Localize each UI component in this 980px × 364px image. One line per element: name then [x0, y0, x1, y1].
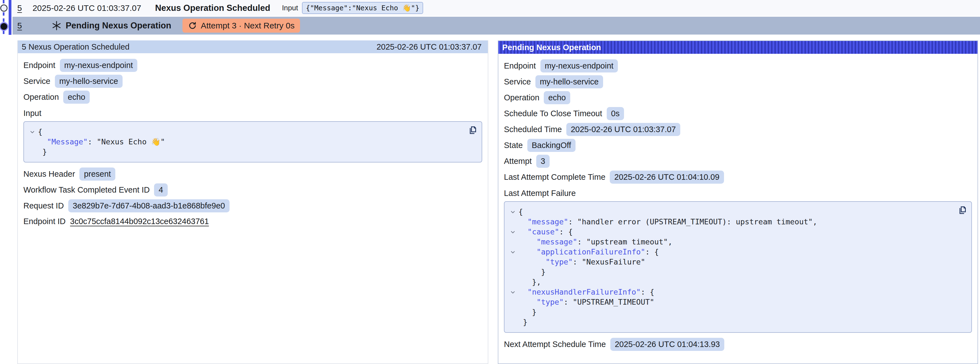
field-label-attempt: Attempt: [504, 156, 532, 166]
json-lines: {"Message": "Nexus Echo 👋"}: [27, 127, 462, 157]
event-detail-panels: 5 Nexus Operation Scheduled 2025-02-26 U…: [17, 40, 980, 364]
event-timestamp: 2025-02-26 UTC 01:03:37.07: [33, 3, 143, 13]
json-text: : "upstream timeout",: [577, 238, 672, 246]
json-line-text: "message": "handler error (UPSTREAM_TIME…: [519, 217, 817, 227]
field-value-endpoint: my-nexus-endpoint: [541, 59, 618, 72]
json-line-text: }: [519, 267, 546, 277]
right-panel-header: Pending Nexus Operation: [498, 41, 977, 54]
field-label-endpoint: Endpoint: [504, 61, 536, 70]
line-gutter: [27, 137, 38, 139]
pending-asterisk-icon: [51, 20, 62, 31]
json-key: "applicationFailureInfo": [536, 247, 645, 256]
line-gutter: [507, 237, 519, 239]
json-line-text: "Message": "Nexus Echo 👋": [38, 137, 165, 147]
line-gutter: [507, 277, 519, 279]
json-text: : {: [559, 227, 573, 236]
line-gutter: [507, 267, 519, 269]
json-text: : "handler error (UPSTREAM_TIMEOUT): ups…: [568, 217, 817, 226]
field-value-endpoint-id[interactable]: 3c0c75ccfa8144b092c13ce632463761: [70, 217, 209, 226]
line-gutter: [507, 307, 519, 310]
line-gutter: [507, 297, 519, 299]
field-label-last-attempt-failure: Last Attempt Failure: [504, 189, 972, 198]
event-row-pending-nexus-operation[interactable]: 5 Pending Nexus Operation Attempt 3 · Ne…: [13, 17, 980, 35]
json-line: {: [27, 127, 462, 137]
json-line-text: },: [519, 277, 541, 287]
json-text: }: [541, 268, 546, 276]
chevron-down-icon[interactable]: [27, 127, 38, 135]
json-line-text: }: [519, 307, 536, 317]
nexus-operation-scheduled-panel: 5 Nexus Operation Scheduled 2025-02-26 U…: [17, 40, 488, 364]
field-label-endpoint: Endpoint: [24, 61, 56, 70]
json-line-text: "message": "upstream timeout",: [519, 237, 673, 247]
json-line: }: [27, 147, 462, 157]
chevron-down-icon[interactable]: [507, 247, 519, 255]
json-line-text: "nexusHandlerFailureInfo": {: [519, 287, 654, 297]
json-line: "Message": "Nexus Echo 👋": [27, 137, 462, 147]
line-gutter: [507, 217, 519, 219]
json-line-text: "applicationFailureInfo": {: [519, 247, 659, 257]
chevron-down-icon[interactable]: [507, 207, 519, 215]
field-label-service: Service: [24, 77, 51, 86]
json-line-text: {: [38, 127, 42, 137]
field-row-operation: Operationecho: [504, 91, 972, 104]
field-value-last-attempt-complete-time: 2025-02-26 UTC 01:04:10.09: [610, 171, 724, 184]
field-value-attempt: 3: [536, 155, 550, 168]
input-json-viewer: {"Message": "Nexus Echo 👋"}: [24, 121, 482, 163]
chevron-down-icon[interactable]: [507, 287, 519, 295]
right-panel-body: Endpointmy-nexus-endpointServicemy-hello…: [498, 54, 977, 351]
field-label-operation: Operation: [24, 93, 59, 102]
field-row-service: Servicemy-hello-service: [504, 75, 972, 88]
field-label-state: State: [504, 141, 523, 150]
field-row-request-id: Request ID3e829b7e-7d67-4b08-aad3-b1e868…: [24, 199, 482, 212]
field-row-operation: Operationecho: [24, 91, 482, 104]
json-line: "cause": {: [507, 227, 952, 237]
retry-attempt-badge: Attempt 3 · Next Retry 0s: [183, 19, 300, 33]
json-key: "message": [536, 238, 577, 246]
field-row-last-attempt-complete-time: Last Attempt Complete Time2025-02-26 UTC…: [504, 171, 972, 184]
field-value-next-attempt-schedule-time: 2025-02-26 UTC 01:04:13.93: [610, 338, 724, 351]
json-key: "type": [536, 298, 564, 306]
copy-icon[interactable]: [468, 125, 478, 136]
timeline-group-bar: [9, 0, 11, 35]
field-value-request-id: 3e829b7e-7d67-4b08-aad3-b1e868bfe9e0: [68, 199, 229, 212]
field-row-schedule-to-close-timeout: Schedule To Close Timeout0s: [504, 107, 972, 120]
json-text: }: [523, 318, 527, 326]
json-line: "message": "handler error (UPSTREAM_TIME…: [507, 217, 952, 227]
event-id-link[interactable]: 5: [17, 21, 22, 30]
json-line-text: }: [38, 147, 47, 157]
line-gutter: [507, 257, 519, 259]
field-label-schedule-to-close-timeout: Schedule To Close Timeout: [504, 109, 602, 118]
copy-icon[interactable]: [958, 205, 967, 216]
json-line-text: {: [519, 207, 523, 217]
json-line-text: }: [519, 317, 528, 327]
left-panel-header: 5 Nexus Operation Scheduled 2025-02-26 U…: [18, 40, 488, 53]
field-label-service: Service: [504, 77, 531, 86]
field-label-workflow-task-completed-event-id: Workflow Task Completed Event ID: [24, 185, 150, 195]
field-label-operation: Operation: [504, 93, 539, 102]
field-row-nexus-header: Nexus Headerpresent: [24, 168, 482, 180]
event-history-rows: 5 2025-02-26 UTC 01:03:37.07 Nexus Opera…: [13, 0, 980, 35]
field-value-operation: echo: [63, 91, 90, 104]
json-text: : {: [645, 247, 659, 256]
field-row-endpoint-id: Endpoint ID3c0c75ccfa8144b092c13ce632463…: [24, 215, 482, 227]
field-value-service: my-hello-service: [535, 75, 603, 88]
event-id-link[interactable]: 5: [17, 3, 22, 13]
field-label-next-attempt-schedule-time: Next Attempt Schedule Time: [504, 340, 606, 349]
left-panel-body: Endpointmy-nexus-endpointServicemy-hello…: [18, 53, 488, 227]
field-value-operation: echo: [544, 91, 570, 104]
event-row-nexus-operation-scheduled[interactable]: 5 2025-02-26 UTC 01:03:37.07 Nexus Opera…: [13, 0, 980, 16]
field-row-attempt: Attempt3: [504, 155, 972, 168]
right-panel-title: Pending Nexus Operation: [502, 43, 601, 52]
json-line: "type": "UPSTREAM_TIMEOUT": [507, 297, 952, 307]
json-text: : {: [641, 287, 654, 296]
json-key: "cause": [528, 227, 559, 236]
json-text: }: [42, 147, 47, 156]
chevron-down-icon[interactable]: [507, 227, 519, 235]
input-preview-chip[interactable]: {"Message":"Nexus Echo 👋"}: [302, 2, 423, 14]
field-value-scheduled-time: 2025-02-26 UTC 01:03:37.07: [566, 123, 680, 136]
left-panel-title: 5 Nexus Operation Scheduled: [22, 42, 129, 51]
json-text: }: [532, 308, 536, 316]
field-label-endpoint-id: Endpoint ID: [24, 217, 66, 226]
field-row-workflow-task-completed-event-id: Workflow Task Completed Event ID4: [24, 184, 482, 196]
json-line-text: "type": "NexusFailure": [519, 257, 645, 267]
